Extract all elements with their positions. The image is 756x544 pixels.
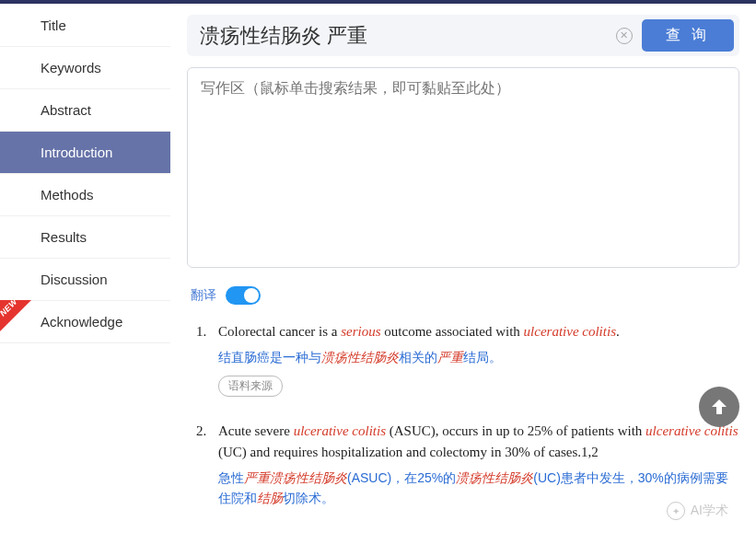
result-translation: 结直肠癌是一种与溃疡性结肠炎相关的严重结局。: [218, 348, 739, 368]
sidebar-item-methods[interactable]: Methods: [0, 174, 170, 216]
result-item[interactable]: 2. Acute severe ulcerative colitis (ASUC…: [196, 421, 739, 509]
translate-label: 翻译: [191, 287, 216, 304]
result-text: Acute severe ulcerative colitis (ASUC), …: [218, 423, 738, 459]
source-button[interactable]: 语料来源: [218, 376, 283, 397]
result-number: 2.: [196, 421, 218, 509]
results-list: 1. Colorectal cancer is a serious outcom…: [187, 321, 739, 508]
write-area[interactable]: [187, 67, 739, 268]
sidebar: Title Keywords Abstract Introduction Met…: [0, 4, 170, 544]
search-input[interactable]: [200, 24, 607, 48]
sidebar-item-results[interactable]: Results: [0, 216, 170, 259]
search-bar: ✕ 查 询: [187, 15, 739, 56]
arrow-up-icon: [708, 396, 730, 418]
translate-toggle[interactable]: [226, 286, 261, 305]
sidebar-item-abstract[interactable]: Abstract: [0, 89, 170, 132]
result-text: Colorectal cancer is a serious outcome a…: [218, 324, 620, 339]
search-button[interactable]: 查 询: [642, 19, 734, 52]
sidebar-item-title[interactable]: Title: [0, 4, 170, 47]
result-translation: 急性严重溃疡性结肠炎(ASUC)，在25%的溃疡性结肠炎(UC)患者中发生，30…: [218, 469, 739, 508]
main-panel: ✕ 查 询 翻译 1. Colorectal cancer is a serio…: [170, 4, 756, 544]
clear-icon[interactable]: ✕: [616, 28, 633, 44]
translate-row: 翻译: [191, 286, 739, 305]
watermark: ✦ AI学术: [667, 502, 728, 520]
sidebar-item-keywords[interactable]: Keywords: [0, 47, 170, 89]
scroll-top-button[interactable]: [699, 387, 739, 427]
wechat-icon: ✦: [667, 502, 685, 520]
result-number: 1.: [196, 321, 218, 397]
sidebar-item-discussion[interactable]: Discussion: [0, 259, 170, 301]
result-item[interactable]: 1. Colorectal cancer is a serious outcom…: [196, 321, 739, 397]
sidebar-item-introduction[interactable]: Introduction: [0, 132, 170, 174]
new-badge: NEW: [0, 300, 31, 331]
